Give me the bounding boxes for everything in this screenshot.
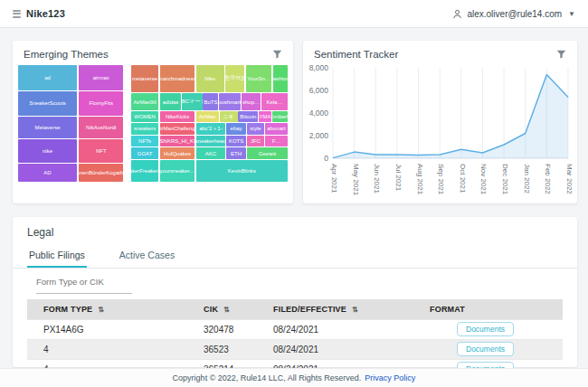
treemap-tile[interactable]: fashion <box>273 65 288 92</box>
documents-button[interactable]: Documents <box>457 342 514 356</box>
column-header: FORMAT <box>413 299 563 319</box>
form-type-cik-input[interactable]: Form Type or CIK <box>36 277 132 294</box>
chevron-down-icon: ▼ <box>568 10 575 18</box>
treemap-tile[interactable]: sneakerhead <box>196 136 225 146</box>
treemap-tile[interactable]: AirMaxChallenge <box>160 123 194 135</box>
x-axis-label: Jun 2021 <box>373 164 381 194</box>
treemap-tile[interactable]: AYMAX <box>259 111 271 122</box>
treemap-tile[interactable]: AD <box>18 164 77 182</box>
x-axis-label: Jul 2021 <box>394 164 403 191</box>
treemap-tile[interactable]: ad <box>18 65 77 90</box>
treemap-tile[interactable]: poshmark <box>219 93 241 110</box>
treemap-tile[interactable]: KanenBünderKogathon <box>79 164 123 182</box>
table-cell: 36523 <box>193 339 262 359</box>
tab-public-filings[interactable]: Public Filings <box>27 246 87 268</box>
treemap-tile[interactable]: adidas <box>160 93 180 110</box>
treemap-tile[interactable]: WOMEN <box>131 111 158 122</box>
user-menu[interactable]: alex.oliver@rule14.com ▼ <box>452 9 575 19</box>
x-axis-label: Dec 2021 <box>501 164 509 194</box>
column-header[interactable]: FORM TYPE⇅ <box>27 299 193 319</box>
sort-icon[interactable]: ⇅ <box>98 306 104 314</box>
panel-title: Emerging Themes <box>24 49 109 60</box>
treemap-tile[interactable]: Metaverse <box>18 117 77 138</box>
treemap-tile[interactable]: Kimberly <box>272 111 288 122</box>
copyright-text: Copyright © 2022, Rule14 LLC, All Rights… <box>173 373 362 382</box>
treemap-tile[interactable]: metaverse <box>131 65 158 92</box>
filter-icon[interactable] <box>272 50 282 60</box>
sort-icon[interactable]: ⇅ <box>352 306 358 314</box>
treemap-tile[interactable]: F… <box>265 136 288 146</box>
y-axis-tick: 6,000 <box>303 86 328 95</box>
treemap-tile[interactable]: ebay <box>226 123 246 135</box>
x-axis-label: Oct 2021 <box>459 164 467 193</box>
privacy-policy-link[interactable]: Privacy Policy <box>365 373 415 382</box>
treemap-tile[interactable]: BoTS <box>203 93 218 110</box>
treemap-tile[interactable]: YourSn… <box>246 65 271 92</box>
treemap-tile[interactable]: NFTs <box>131 136 158 146</box>
treemap-tile[interactable]: AirMax90 <box>131 93 158 110</box>
table-cell: PX14A6G <box>27 319 193 339</box>
legal-title: Legal <box>13 217 577 246</box>
table-cell: 08/24/2021 <box>262 319 413 339</box>
treemap-tile[interactable]: yoursneaker… <box>160 160 194 182</box>
input-underline[interactable] <box>36 287 132 294</box>
treemap-tile[interactable]: marchmadness <box>160 65 194 92</box>
menu-icon[interactable] <box>13 10 21 18</box>
treemap-tile[interactable]: SNKRS_HI_KI <box>160 136 194 146</box>
user-email: alex.oliver@rule14.com <box>467 9 562 19</box>
sentiment-tracker-panel: Sentiment Tracker 02,0004,0006,0008,000A… <box>303 41 577 203</box>
treemap-tile[interactable]: AirMax <box>196 111 219 122</box>
treemap-tile[interactable]: KOTS <box>226 136 246 146</box>
treemap-tile[interactable]: abonart <box>265 123 288 135</box>
treemap-tile[interactable]: NFT <box>79 139 123 163</box>
y-axis-tick: 0 <box>303 154 328 163</box>
treemap-tile[interactable]: SneakerScouts <box>18 91 77 116</box>
table-row: PX14A6G32047808/24/2021Documents <box>27 319 563 339</box>
y-axis-tick: 4,000 <box>303 109 328 118</box>
brand-title: Nike123 <box>26 8 65 19</box>
y-axis-tick: 8,000 <box>303 63 328 72</box>
treemap-tile[interactable]: Bitcoin <box>238 111 258 122</box>
treemap-tile[interactable]: airmax <box>79 65 123 90</box>
table-cell: 4 <box>27 339 193 359</box>
treemap-tile[interactable]: FlornyFits <box>79 91 123 116</box>
x-axis-label: Apr 2021 <box>330 164 338 193</box>
sort-icon[interactable]: ⇅ <box>223 306 230 314</box>
treemap-tile[interactable]: GOAT <box>131 147 158 158</box>
table-cell: Documents <box>413 339 563 359</box>
x-axis-label: Mar 2022 <box>565 164 574 194</box>
treemap-tile[interactable]: NikeKicks <box>160 111 194 122</box>
tab-active-cases[interactable]: Active Cases <box>118 246 176 268</box>
x-axis-label: Nov 2021 <box>479 164 488 194</box>
treemap-tile[interactable]: ニキ <box>220 111 238 122</box>
treemap-tile[interactable]: shop… <box>242 93 261 110</box>
x-axis-label: Feb 2022 <box>544 164 552 194</box>
treemap-tile[interactable]: abc'2＋1- <box>196 123 225 135</box>
legal-tabs: Public FilingsActive Cases <box>13 246 577 269</box>
column-header[interactable]: CIK⇅ <box>193 299 262 319</box>
documents-button[interactable]: Documents <box>457 322 514 336</box>
emerging-themes-panel: Emerging Themes adSneakerScoutsMetaverse… <box>13 41 293 203</box>
treemap-tile[interactable]: AKC <box>196 147 225 158</box>
treemap-tile[interactable]: HufQuakes <box>160 147 194 158</box>
treemap-tile[interactable]: Kela… <box>261 93 288 110</box>
filings-table: FORM TYPE⇅CIK⇅FILED/EFFECTIVE⇅FORMAT PX1… <box>27 299 563 379</box>
treemap-tile[interactable]: JFC <box>247 136 264 146</box>
treemap-tile[interactable]: KevinBlinks <box>196 160 288 182</box>
treemap-tile[interactable]: Nike <box>196 65 224 92</box>
treemap-tile[interactable]: NikAusNordi <box>79 117 123 138</box>
input-label: Form Type or CIK <box>36 277 132 287</box>
treemap-tile[interactable]: sneakers <box>131 123 158 135</box>
treemap-tile[interactable]: Geetek <box>247 147 288 158</box>
column-header[interactable]: FILED/EFFECTIVE⇅ <box>262 299 413 319</box>
sentiment-chart-svg <box>333 68 570 160</box>
treemap-tile[interactable]: ETH <box>226 147 246 158</box>
treemap-tile[interactable]: 한국어도 <box>225 65 244 92</box>
treemap-tile[interactable]: style <box>247 123 264 135</box>
treemap-tile[interactable]: SneakerFreakerFans <box>131 160 158 182</box>
x-axis-label: Aug 2021 <box>416 164 424 194</box>
treemap-tile[interactable]: ABCマート <box>182 93 203 110</box>
x-axis-label: May 2021 <box>352 164 360 195</box>
treemap-tile[interactable]: nike <box>18 139 77 163</box>
footer: Copyright © 2022, Rule14 LLC, All Rights… <box>0 368 588 387</box>
